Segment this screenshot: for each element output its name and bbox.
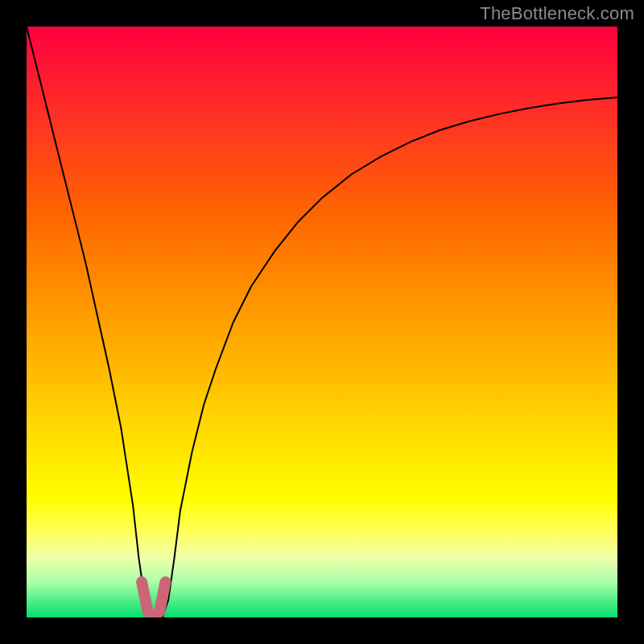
curve-svg: [27, 27, 617, 617]
plot-area: [27, 27, 617, 617]
chart-frame: TheBottleneck.com: [0, 0, 644, 644]
series-bottleneck-curve: [27, 27, 617, 617]
series-highlight-valley: [142, 582, 165, 617]
watermark-text: TheBottleneck.com: [480, 3, 634, 24]
